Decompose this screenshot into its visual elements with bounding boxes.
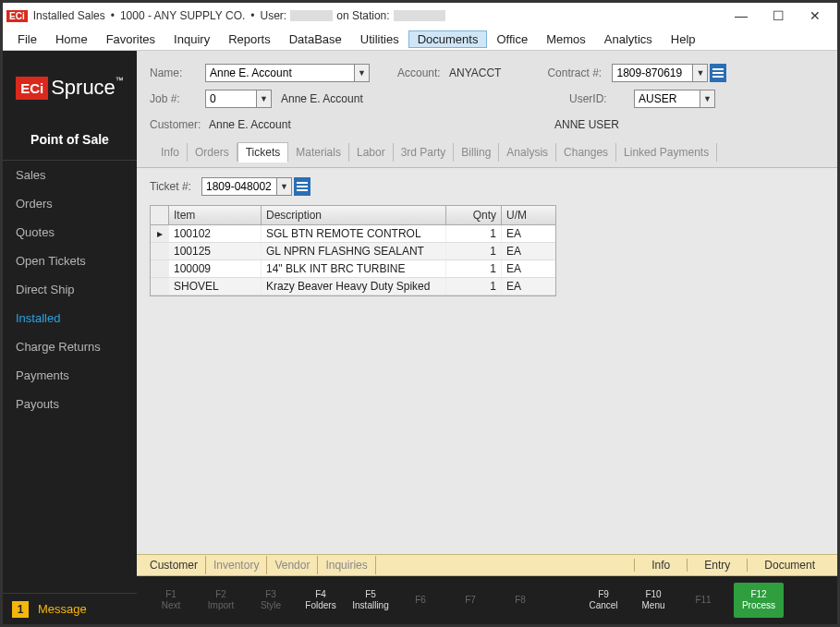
sidebar-item-charge-returns[interactable]: Charge Returns — [3, 332, 137, 361]
name-combo[interactable]: ▼ — [205, 64, 370, 82]
menu-office[interactable]: Office — [487, 30, 537, 48]
list-icon[interactable] — [710, 64, 726, 82]
table-row[interactable]: ▸100102SGL BTN REMOTE CONTROL1EA — [151, 225, 555, 243]
menu-help[interactable]: Help — [662, 30, 705, 48]
fkey-f4[interactable]: F4Folders — [296, 589, 346, 611]
col-item[interactable]: Item — [169, 206, 262, 224]
tab-strip: InfoOrdersTicketsMaterialsLabor3rd Party… — [150, 141, 824, 162]
tab-3rd-party[interactable]: 3rd Party — [394, 143, 455, 162]
sidebar-item-installed[interactable]: Installed — [3, 304, 137, 332]
tab-materials[interactable]: Materials — [288, 143, 349, 162]
sidebar-item-orders[interactable]: Orders — [3, 189, 137, 218]
ticket-input[interactable] — [202, 178, 276, 195]
message-count-badge: 1 — [12, 601, 29, 618]
tickets-panel: Ticket #: ▼ Item Description Qnty U/M — [137, 167, 837, 554]
menu-database[interactable]: DataBase — [280, 30, 351, 48]
sidebar-item-sales[interactable]: Sales — [3, 161, 137, 189]
sidebar-item-open-tickets[interactable]: Open Tickets — [3, 247, 137, 275]
fkey-f6: F6 — [396, 595, 445, 606]
list-icon[interactable] — [294, 177, 310, 196]
bottom-tab-inventory[interactable]: Inventory — [206, 556, 267, 574]
sidebar: ECiSpruce™ Point of Sale SalesOrdersQuot… — [3, 51, 137, 624]
fkey-f10[interactable]: F10Menu — [628, 589, 678, 611]
user-full: ANNE USER — [554, 118, 824, 131]
fkey-f7: F7 — [445, 595, 495, 606]
menu-home[interactable]: Home — [46, 30, 97, 48]
menu-analytics[interactable]: Analytics — [595, 30, 662, 48]
bottom-tab-customer[interactable]: Customer — [142, 556, 206, 574]
name-input[interactable] — [206, 65, 354, 81]
logo: ECiSpruce™ — [3, 51, 137, 125]
col-desc[interactable]: Description — [262, 206, 446, 224]
title-station-masked — [394, 10, 445, 21]
fkey-f8: F8 — [495, 595, 545, 606]
job-combo[interactable]: ▼ — [205, 90, 272, 108]
tab-labor[interactable]: Labor — [349, 143, 394, 162]
tab-info[interactable]: Info — [153, 143, 188, 162]
table-row[interactable]: SHOVELKrazy Beaver Heavy Duty Spiked1EA — [151, 278, 555, 295]
tab-tickets[interactable]: Tickets — [237, 142, 289, 163]
bottom-tab-inquiries[interactable]: Inquiries — [318, 556, 375, 574]
customer-label: Customer: — [150, 118, 205, 131]
sidebar-title: Point of Sale — [3, 125, 137, 160]
tab-orders[interactable]: Orders — [188, 143, 237, 162]
title-company: 1000 - ANY SUPPLY CO. — [120, 9, 245, 22]
menu-reports[interactable]: Reports — [219, 30, 280, 48]
contract-input[interactable] — [613, 65, 692, 81]
menu-file[interactable]: File — [8, 30, 46, 48]
col-qty[interactable]: Qnty — [446, 206, 502, 224]
ticket-combo[interactable]: ▼ — [201, 177, 292, 196]
chevron-down-icon[interactable]: ▼ — [256, 90, 271, 107]
menu-bar: FileHomeFavoritesInquiryReportsDataBaseU… — [3, 29, 837, 51]
fkey-f11: F11 — [678, 595, 728, 606]
tab-changes[interactable]: Changes — [556, 143, 616, 162]
col-um[interactable]: U/M — [502, 206, 548, 224]
fkey-f1: F1Next — [146, 589, 196, 611]
bottom-link-entry[interactable]: Entry — [687, 559, 747, 572]
title-station-prefix: on Station: — [336, 9, 389, 22]
tab-billing[interactable]: Billing — [454, 143, 499, 162]
contract-combo[interactable]: ▼ — [612, 64, 708, 82]
chevron-down-icon[interactable]: ▼ — [692, 65, 707, 81]
fkey-f12[interactable]: F12Process — [734, 583, 784, 618]
bottom-link-document[interactable]: Document — [747, 559, 832, 572]
fkey-f3: F3Style — [246, 589, 296, 611]
sidebar-item-quotes[interactable]: Quotes — [3, 218, 137, 247]
bottom-link-info[interactable]: Info — [634, 559, 687, 572]
menu-utilities[interactable]: Utilities — [351, 30, 408, 48]
grid-header: Item Description Qnty U/M — [151, 206, 555, 225]
sidebar-item-direct-ship[interactable]: Direct Ship — [3, 275, 137, 304]
menu-favorites[interactable]: Favorites — [97, 30, 164, 48]
chevron-down-icon[interactable]: ▼ — [354, 65, 369, 81]
bottom-tab-vendor[interactable]: Vendor — [267, 556, 318, 574]
table-row[interactable]: 10000914" BLK INT BRC TURBINE1EA — [151, 260, 555, 278]
job-label: Job #: — [150, 92, 205, 105]
table-row[interactable]: 100125GL NPRN FLASHNG SEALANT1EA — [151, 243, 555, 260]
tab-linked-payments[interactable]: Linked Payments — [616, 143, 717, 162]
fkey-f5[interactable]: F5Installing — [346, 589, 396, 611]
eci-badge-icon: ECi — [6, 10, 28, 22]
minimize-button[interactable]: — — [723, 3, 760, 29]
fkey-f9[interactable]: F9Cancel — [578, 589, 628, 611]
title-app: Installed Sales — [33, 9, 105, 22]
userid-label: UserID: — [569, 92, 634, 105]
menu-memos[interactable]: Memos — [537, 30, 595, 48]
maximize-button[interactable]: ☐ — [760, 3, 797, 29]
chevron-down-icon[interactable]: ▼ — [700, 90, 714, 107]
menu-inquiry[interactable]: Inquiry — [164, 30, 219, 48]
message-bar[interactable]: 1 Message — [3, 593, 137, 624]
fkey-bar: F1NextF2ImportF3StyleF4FoldersF5Installi… — [137, 576, 837, 624]
menu-documents[interactable]: Documents — [408, 30, 488, 48]
ticket-label: Ticket #: — [150, 180, 201, 193]
close-button[interactable]: ✕ — [797, 3, 834, 29]
userid-combo[interactable]: ▼ — [634, 90, 715, 108]
job-input[interactable] — [206, 90, 256, 107]
sidebar-item-payouts[interactable]: Payouts — [3, 390, 137, 418]
tab-analysis[interactable]: Analysis — [499, 143, 556, 162]
userid-input[interactable] — [635, 90, 700, 107]
form-area: Name: ▼ Account: ANYACCT Contract #: ▼ J… — [137, 51, 837, 167]
fkey-f2: F2Import — [196, 589, 246, 611]
chevron-down-icon[interactable]: ▼ — [276, 178, 291, 195]
sidebar-item-payments[interactable]: Payments — [3, 361, 137, 390]
ticket-grid[interactable]: Item Description Qnty U/M ▸100102SGL BTN… — [150, 205, 556, 296]
